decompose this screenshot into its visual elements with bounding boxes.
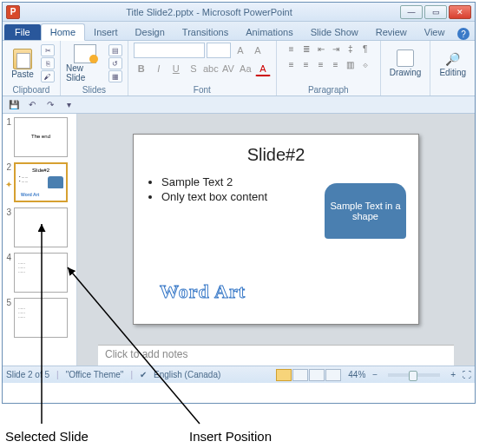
svg-line-1	[68, 267, 200, 405]
annotation-overlay	[0, 0, 486, 405]
